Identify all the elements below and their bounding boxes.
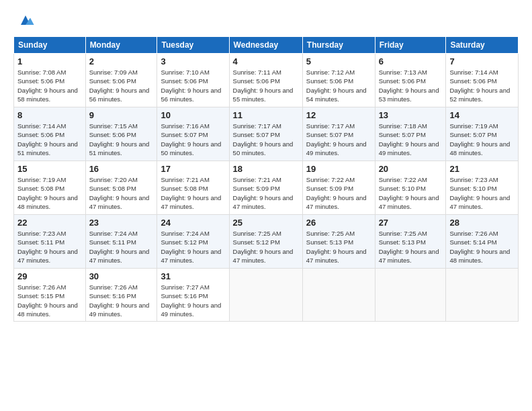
calendar-cell: 19 Sunrise: 7:22 AM Sunset: 5:09 PM Dayl… <box>302 161 375 215</box>
weekday-header-wednesday: Wednesday <box>229 37 302 54</box>
day-number: 23 <box>89 218 154 228</box>
day-number: 21 <box>449 164 515 174</box>
page: SundayMondayTuesdayWednesdayThursdayFrid… <box>0 0 532 411</box>
calendar-cell: 8 Sunrise: 7:14 AM Sunset: 5:06 PM Dayli… <box>14 107 86 161</box>
day-info: Sunrise: 7:24 AM Sunset: 5:12 PM Dayligh… <box>161 229 225 265</box>
day-info: Sunrise: 7:23 AM Sunset: 5:11 PM Dayligh… <box>17 229 82 265</box>
calendar-cell: 23 Sunrise: 7:24 AM Sunset: 5:11 PM Dayl… <box>85 215 157 269</box>
calendar-cell <box>375 269 446 322</box>
day-info: Sunrise: 7:10 AM Sunset: 5:06 PM Dayligh… <box>161 68 225 103</box>
day-number: 9 <box>89 110 154 120</box>
day-number: 16 <box>89 164 154 174</box>
calendar-cell: 20 Sunrise: 7:22 AM Sunset: 5:10 PM Dayl… <box>375 161 446 215</box>
day-info: Sunrise: 7:21 AM Sunset: 5:08 PM Dayligh… <box>161 175 225 211</box>
day-number: 4 <box>233 56 299 66</box>
calendar-cell: 13 Sunrise: 7:18 AM Sunset: 5:07 PM Dayl… <box>375 107 446 161</box>
day-info: Sunrise: 7:08 AM Sunset: 5:06 PM Dayligh… <box>17 68 82 103</box>
day-number: 22 <box>17 218 82 228</box>
day-number: 6 <box>379 56 443 66</box>
weekday-header-thursday: Thursday <box>302 37 375 54</box>
calendar-cell: 11 Sunrise: 7:17 AM Sunset: 5:07 PM Dayl… <box>229 107 302 161</box>
day-number: 8 <box>17 110 82 120</box>
calendar-cell: 10 Sunrise: 7:16 AM Sunset: 5:07 PM Dayl… <box>157 107 229 161</box>
day-info: Sunrise: 7:16 AM Sunset: 5:07 PM Dayligh… <box>161 122 225 157</box>
calendar-cell: 25 Sunrise: 7:25 AM Sunset: 5:12 PM Dayl… <box>229 215 302 269</box>
calendar-cell: 2 Sunrise: 7:09 AM Sunset: 5:06 PM Dayli… <box>85 54 157 107</box>
logo-icon <box>16 11 35 30</box>
calendar-cell: 15 Sunrise: 7:19 AM Sunset: 5:08 PM Dayl… <box>14 161 86 215</box>
day-number: 1 <box>17 56 82 66</box>
weekday-header-sunday: Sunday <box>14 37 86 54</box>
day-info: Sunrise: 7:11 AM Sunset: 5:06 PM Dayligh… <box>233 68 299 103</box>
calendar-cell: 24 Sunrise: 7:24 AM Sunset: 5:12 PM Dayl… <box>157 215 229 269</box>
week-row-2: 8 Sunrise: 7:14 AM Sunset: 5:06 PM Dayli… <box>14 107 519 161</box>
day-info: Sunrise: 7:19 AM Sunset: 5:08 PM Dayligh… <box>17 175 82 211</box>
day-info: Sunrise: 7:21 AM Sunset: 5:09 PM Dayligh… <box>233 175 299 211</box>
day-info: Sunrise: 7:25 AM Sunset: 5:13 PM Dayligh… <box>306 229 371 265</box>
day-info: Sunrise: 7:13 AM Sunset: 5:06 PM Dayligh… <box>379 68 443 103</box>
calendar-cell: 31 Sunrise: 7:27 AM Sunset: 5:16 PM Dayl… <box>157 269 229 322</box>
logo <box>13 11 35 30</box>
weekday-header-saturday: Saturday <box>446 37 519 54</box>
calendar-cell: 7 Sunrise: 7:14 AM Sunset: 5:06 PM Dayli… <box>446 54 519 107</box>
day-number: 10 <box>161 110 225 120</box>
calendar-cell: 9 Sunrise: 7:15 AM Sunset: 5:06 PM Dayli… <box>85 107 157 161</box>
calendar-cell: 6 Sunrise: 7:13 AM Sunset: 5:06 PM Dayli… <box>375 54 446 107</box>
day-number: 20 <box>379 164 443 174</box>
day-number: 17 <box>161 164 225 174</box>
week-row-4: 22 Sunrise: 7:23 AM Sunset: 5:11 PM Dayl… <box>14 215 519 269</box>
day-number: 14 <box>449 110 515 120</box>
day-number: 18 <box>233 164 299 174</box>
day-info: Sunrise: 7:20 AM Sunset: 5:08 PM Dayligh… <box>89 175 154 211</box>
day-info: Sunrise: 7:18 AM Sunset: 5:07 PM Dayligh… <box>379 122 443 157</box>
calendar-cell: 14 Sunrise: 7:19 AM Sunset: 5:07 PM Dayl… <box>446 107 519 161</box>
weekday-header-row: SundayMondayTuesdayWednesdayThursdayFrid… <box>14 37 519 54</box>
day-number: 24 <box>161 218 225 228</box>
day-number: 27 <box>379 218 443 228</box>
day-info: Sunrise: 7:19 AM Sunset: 5:07 PM Dayligh… <box>449 122 515 157</box>
calendar-cell: 29 Sunrise: 7:26 AM Sunset: 5:15 PM Dayl… <box>14 269 86 322</box>
day-number: 26 <box>306 218 371 228</box>
day-info: Sunrise: 7:14 AM Sunset: 5:06 PM Dayligh… <box>449 68 515 103</box>
day-info: Sunrise: 7:14 AM Sunset: 5:06 PM Dayligh… <box>17 122 82 157</box>
day-info: Sunrise: 7:25 AM Sunset: 5:13 PM Dayligh… <box>379 229 443 265</box>
calendar-cell: 22 Sunrise: 7:23 AM Sunset: 5:11 PM Dayl… <box>14 215 86 269</box>
header <box>13 11 519 30</box>
day-info: Sunrise: 7:24 AM Sunset: 5:11 PM Dayligh… <box>89 229 154 265</box>
day-info: Sunrise: 7:25 AM Sunset: 5:12 PM Dayligh… <box>233 229 299 265</box>
calendar-cell: 28 Sunrise: 7:26 AM Sunset: 5:14 PM Dayl… <box>446 215 519 269</box>
day-info: Sunrise: 7:12 AM Sunset: 5:06 PM Dayligh… <box>306 68 371 103</box>
day-number: 2 <box>89 56 154 66</box>
calendar-cell: 12 Sunrise: 7:17 AM Sunset: 5:07 PM Dayl… <box>302 107 375 161</box>
day-number: 25 <box>233 218 299 228</box>
day-number: 19 <box>306 164 371 174</box>
day-number: 13 <box>379 110 443 120</box>
day-number: 3 <box>161 56 225 66</box>
day-info: Sunrise: 7:09 AM Sunset: 5:06 PM Dayligh… <box>89 68 154 103</box>
day-info: Sunrise: 7:26 AM Sunset: 5:16 PM Dayligh… <box>89 283 154 318</box>
calendar-cell: 27 Sunrise: 7:25 AM Sunset: 5:13 PM Dayl… <box>375 215 446 269</box>
calendar-cell: 1 Sunrise: 7:08 AM Sunset: 5:06 PM Dayli… <box>14 54 86 107</box>
week-row-1: 1 Sunrise: 7:08 AM Sunset: 5:06 PM Dayli… <box>14 54 519 107</box>
day-number: 29 <box>17 271 82 281</box>
week-row-3: 15 Sunrise: 7:19 AM Sunset: 5:08 PM Dayl… <box>14 161 519 215</box>
day-number: 7 <box>449 56 515 66</box>
day-info: Sunrise: 7:26 AM Sunset: 5:15 PM Dayligh… <box>17 283 82 318</box>
day-number: 12 <box>306 110 371 120</box>
day-info: Sunrise: 7:17 AM Sunset: 5:07 PM Dayligh… <box>306 122 371 157</box>
day-number: 30 <box>89 271 154 281</box>
day-info: Sunrise: 7:23 AM Sunset: 5:10 PM Dayligh… <box>449 175 515 211</box>
calendar-cell: 5 Sunrise: 7:12 AM Sunset: 5:06 PM Dayli… <box>302 54 375 107</box>
calendar-cell <box>446 269 519 322</box>
weekday-header-friday: Friday <box>375 37 446 54</box>
calendar-cell: 4 Sunrise: 7:11 AM Sunset: 5:06 PM Dayli… <box>229 54 302 107</box>
week-row-5: 29 Sunrise: 7:26 AM Sunset: 5:15 PM Dayl… <box>14 269 519 322</box>
calendar-cell: 21 Sunrise: 7:23 AM Sunset: 5:10 PM Dayl… <box>446 161 519 215</box>
weekday-header-monday: Monday <box>85 37 157 54</box>
calendar-cell: 26 Sunrise: 7:25 AM Sunset: 5:13 PM Dayl… <box>302 215 375 269</box>
day-info: Sunrise: 7:15 AM Sunset: 5:06 PM Dayligh… <box>89 122 154 157</box>
day-info: Sunrise: 7:22 AM Sunset: 5:09 PM Dayligh… <box>306 175 371 211</box>
day-number: 11 <box>233 110 299 120</box>
day-info: Sunrise: 7:26 AM Sunset: 5:14 PM Dayligh… <box>449 229 515 265</box>
day-info: Sunrise: 7:17 AM Sunset: 5:07 PM Dayligh… <box>233 122 299 157</box>
